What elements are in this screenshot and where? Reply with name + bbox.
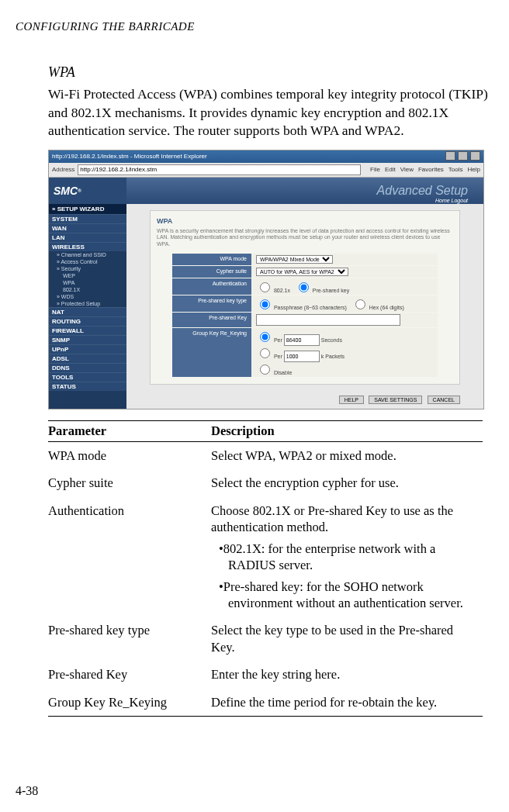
nav-nat[interactable]: NAT	[49, 307, 126, 316]
radio-passphrase[interactable]	[260, 299, 270, 309]
nav-wireless[interactable]: WIRELESS	[49, 242, 126, 251]
param-cell: Pre-shared Key	[48, 661, 211, 688]
nav-sub-protected[interactable]: » Protected Setup	[49, 300, 126, 307]
nav-sub-wep[interactable]: WEP	[49, 272, 126, 279]
close-icon[interactable]	[470, 151, 480, 161]
nav-upnp[interactable]: UPnP	[49, 344, 126, 354]
desc-cell: Select the key type to be used in the Pr…	[211, 617, 483, 661]
page-number: 4-38	[16, 784, 38, 798]
label-auth: Authentication	[172, 278, 251, 295]
table-row: Authentication Choose 802.1X or Pre-shar…	[48, 497, 483, 617]
home-logout[interactable]: Home Logout	[435, 198, 468, 203]
param-cell: Pre-shared key type	[48, 617, 211, 661]
param-cell: Authentication	[48, 497, 211, 617]
cancel-button[interactable]: CANCEL	[428, 396, 460, 404]
opt-passphrase: Passphrase (8~63 characters)	[274, 305, 347, 310]
table-row: Cypher suite Select the encryption cyphe…	[48, 469, 483, 496]
desc-cell: Enter the key string here.	[211, 661, 483, 688]
menu-edit[interactable]: Edit	[385, 166, 396, 173]
input-rekey-sec[interactable]	[284, 334, 320, 346]
nav-firewall[interactable]: FIREWALL	[49, 326, 126, 335]
param-cell: Cypher suite	[48, 469, 211, 496]
menu-bar: File Edit View Favorites Tools Help	[370, 166, 480, 173]
select-cypher[interactable]: AUTO for WPA, AES for WPA2	[256, 268, 348, 276]
parameter-table: Parameter Description WPA mode Select WP…	[48, 420, 483, 717]
running-head: CONFIGURING THE BARRICADE	[16, 20, 493, 33]
main-area: Advanced Setup Home Logout WPA WPA is a …	[126, 178, 483, 409]
nav-sub-security[interactable]: » Security	[49, 265, 126, 272]
menu-tools[interactable]: Tools	[448, 166, 463, 173]
nav-snmp[interactable]: SNMP	[49, 335, 126, 344]
menu-file[interactable]: File	[370, 166, 380, 173]
window-title: http://192.168.2.1/index.stm - Microsoft…	[52, 153, 207, 160]
desc-cell: Select WPA, WPA2 or mixed mode.	[211, 441, 483, 469]
param-cell: WPA mode	[48, 441, 211, 469]
address-bar: Address File Edit View Favorites Tools H…	[49, 163, 483, 178]
banner: Advanced Setup Home Logout	[126, 178, 483, 204]
label-cypher: Cypher suite	[172, 266, 251, 278]
nav-sub-channel[interactable]: » Channel and SSID	[49, 251, 126, 258]
minimize-icon[interactable]	[445, 151, 455, 161]
label-rekey: Group Key Re_Keying	[172, 328, 251, 377]
wpa-panel: WPA WPA is a security enhancement that s…	[150, 210, 460, 385]
opt-8021x: 802.1x	[274, 288, 290, 293]
table-row: Pre-shared Key Enter the key string here…	[48, 661, 483, 688]
intro-paragraph: Wi-Fi Protected Access (WPA) combines te…	[48, 85, 493, 140]
select-wpa-mode[interactable]: WPA/WPA2 Mixed Mode	[256, 255, 333, 264]
radio-rekey-pkt[interactable]	[260, 348, 270, 358]
panel-desc: WPA is a security enhancement that stron…	[157, 228, 453, 247]
radio-rekey-sec[interactable]	[260, 332, 270, 342]
logo: SMC®	[49, 178, 126, 204]
th-parameter: Parameter	[48, 420, 211, 441]
router-screenshot: http://192.168.2.1/index.stm - Microsoft…	[48, 150, 484, 409]
menu-view[interactable]: View	[400, 166, 414, 173]
address-label: Address	[52, 166, 74, 173]
table-row: Pre-shared key type Select the key type …	[48, 617, 483, 661]
label-psk: Pre-shared Key	[172, 313, 251, 327]
desc-cell: Select the encryption cypher for use.	[211, 469, 483, 496]
radio-hex[interactable]	[355, 299, 365, 309]
nav-tools[interactable]: TOOLS	[49, 372, 126, 382]
nav-sub-wpa[interactable]: WPA	[49, 279, 126, 286]
radio-psk[interactable]	[299, 282, 309, 292]
input-psk[interactable]	[256, 314, 400, 326]
section-title: WPA	[48, 64, 493, 81]
menu-help[interactable]: Help	[468, 166, 480, 173]
desc-cell: Choose 802.1X or Pre-shared Key to use a…	[211, 497, 483, 617]
window-titlebar: http://192.168.2.1/index.stm - Microsoft…	[49, 150, 483, 163]
table-row: WPA mode Select WPA, WPA2 or mixed mode.	[48, 441, 483, 469]
nav-wan[interactable]: WAN	[49, 223, 126, 233]
maximize-icon[interactable]	[458, 151, 468, 161]
nav-sub-8021x[interactable]: 802.1X	[49, 286, 126, 293]
menu-favorites[interactable]: Favorites	[418, 166, 444, 173]
address-input[interactable]	[78, 164, 361, 175]
label-wpa-mode: WPA mode	[172, 254, 251, 265]
radio-rekey-disable[interactable]	[260, 365, 270, 375]
desc-cell: Define the time period for re-obtain the…	[211, 689, 483, 717]
nav-lan[interactable]: LAN	[49, 233, 126, 242]
nav-status[interactable]: STATUS	[49, 382, 126, 391]
radio-8021x[interactable]	[260, 282, 270, 292]
nav-system[interactable]: SYSTEM	[49, 214, 126, 223]
table-row: Group Key Re_Keying Define the time peri…	[48, 689, 483, 717]
opt-hex: Hex (64 digits)	[369, 305, 404, 310]
sidebar: SMC® » SETUP WIZARD SYSTEM WAN LAN WIREL…	[49, 178, 126, 409]
nav-sub-access[interactable]: » Access Control	[49, 258, 126, 265]
nav-routing[interactable]: ROUTING	[49, 316, 126, 326]
nav-ddns[interactable]: DDNS	[49, 363, 126, 372]
th-description: Description	[211, 420, 483, 441]
label-psk-type: Pre-shared key type	[172, 295, 251, 312]
help-button[interactable]: HELP	[339, 396, 364, 404]
opt-psk: Pre-shared key	[313, 288, 349, 293]
setup-wizard-link[interactable]: » SETUP WIZARD	[49, 204, 126, 214]
input-rekey-pkt[interactable]	[284, 351, 320, 362]
panel-title: WPA	[157, 217, 453, 225]
param-cell: Group Key Re_Keying	[48, 689, 211, 717]
save-button[interactable]: SAVE SETTINGS	[369, 396, 422, 404]
nav-sub-wds[interactable]: » WDS	[49, 293, 126, 300]
nav-adsl[interactable]: ADSL	[49, 354, 126, 363]
